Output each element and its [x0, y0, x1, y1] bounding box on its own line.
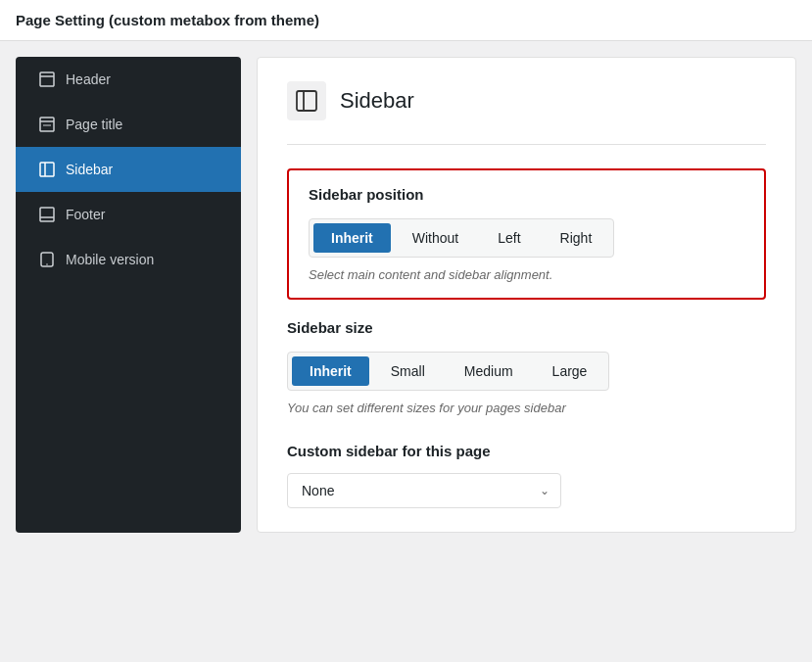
header-icon: [38, 71, 56, 88]
page-header: Page Setting (custom metabox from theme): [0, 0, 812, 41]
panel-title-row: Sidebar: [287, 81, 766, 120]
sidebar-size-helper: You can set different sizes for your pag…: [287, 401, 766, 415]
sidebar-item-page-title[interactable]: Page title: [16, 102, 241, 147]
sidebar-item-sidebar-label: Sidebar: [66, 162, 113, 177]
sidebar-size-label: Sidebar size: [287, 319, 766, 336]
title-divider: [287, 144, 766, 145]
sidebar-position-helper: Select main content and sidebar alignmen…: [309, 267, 744, 282]
size-small-button[interactable]: Small: [373, 356, 443, 386]
sidebar-item-mobile-version[interactable]: Mobile version: [16, 237, 241, 282]
page-header-title: Page Setting (custom metabox from theme): [16, 12, 319, 28]
sidebar-layout-icon: [38, 161, 56, 178]
sidebar-size-button-group: Inherit Small Medium Large: [287, 352, 609, 391]
position-right-button[interactable]: Right: [543, 223, 610, 253]
position-inherit-button[interactable]: Inherit: [313, 223, 391, 253]
panel-title-icon-box: [287, 81, 326, 120]
panel-title-text: Sidebar: [340, 88, 414, 114]
sidebar-item-sidebar[interactable]: Sidebar: [16, 147, 241, 192]
size-inherit-button[interactable]: Inherit: [292, 356, 369, 386]
sidebar-item-footer-label: Footer: [66, 207, 105, 222]
page-wrapper: Page Setting (custom metabox from theme)…: [0, 0, 812, 662]
size-medium-button[interactable]: Medium: [447, 356, 531, 386]
svg-point-10: [46, 263, 48, 265]
custom-sidebar-label: Custom sidebar for this page: [287, 443, 766, 459]
mobile-icon: [38, 251, 56, 268]
sidebar-position-label: Sidebar position: [309, 186, 744, 203]
page-title-icon: [38, 116, 56, 133]
sidebar-position-section: Sidebar position Inherit Without Left Ri…: [287, 168, 766, 300]
position-left-button[interactable]: Left: [480, 223, 538, 253]
sidebar-item-mobile-label: Mobile version: [66, 252, 154, 267]
position-without-button[interactable]: Without: [395, 223, 476, 253]
sidebar-item-header[interactable]: Header: [16, 57, 241, 102]
svg-rect-2: [40, 118, 54, 131]
custom-sidebar-section: Custom sidebar for this page None ⌄: [287, 443, 766, 508]
content-panel: Sidebar Sidebar position Inherit Without…: [257, 57, 796, 533]
svg-rect-7: [40, 208, 54, 221]
custom-sidebar-select[interactable]: None: [287, 473, 561, 508]
custom-sidebar-select-wrapper: None ⌄: [287, 473, 561, 508]
main-container: Header Page title: [16, 57, 796, 533]
svg-rect-11: [297, 91, 316, 111]
footer-icon: [38, 206, 56, 223]
svg-rect-5: [40, 163, 54, 176]
sidebar-item-header-label: Header: [66, 71, 111, 87]
sidebar-navigation: Header Page title: [16, 57, 241, 533]
sidebar-item-footer[interactable]: Footer: [16, 192, 241, 237]
sidebar-position-button-group: Inherit Without Left Right: [309, 218, 614, 258]
svg-rect-0: [40, 72, 54, 86]
sidebar-size-section: Sidebar size Inherit Small Medium Large …: [287, 319, 766, 415]
size-large-button[interactable]: Large: [535, 356, 605, 386]
sidebar-item-page-title-label: Page title: [66, 117, 122, 132]
